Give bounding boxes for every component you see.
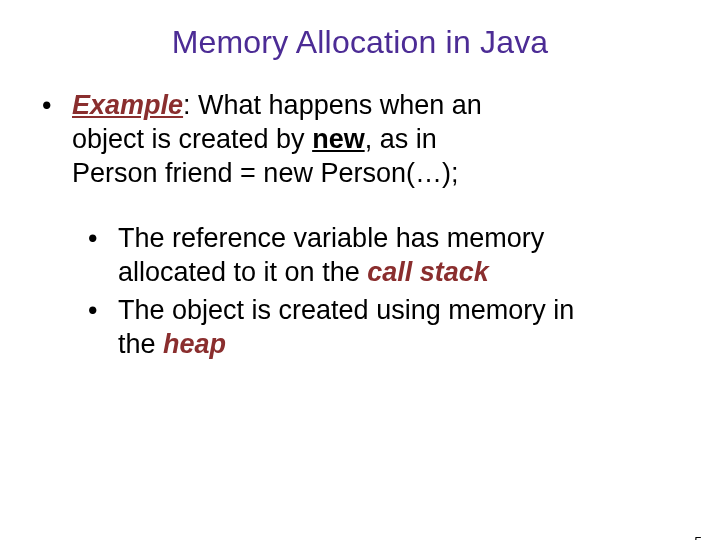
text: , as in <box>365 124 437 154</box>
bullet-list-level1: Example: What happens when an object is … <box>42 89 720 190</box>
code-line: Person friend = new Person(…); <box>72 158 458 188</box>
bullet-list-level2: The reference variable has memory alloca… <box>88 222 720 361</box>
text: allocated to it on the <box>118 257 367 287</box>
bullet-example: Example: What happens when an object is … <box>42 89 720 190</box>
new-keyword: new <box>312 124 365 154</box>
text: The object is created using memory in <box>118 295 574 325</box>
heap-term: heap <box>163 329 226 359</box>
text: object is created by <box>72 124 312 154</box>
call-stack-term: call stack <box>367 257 489 287</box>
slide: Memory Allocation in Java Example: What … <box>0 24 720 540</box>
text: : <box>183 90 198 120</box>
text: The reference variable has memory <box>118 223 544 253</box>
bullet-reference-variable: The reference variable has memory alloca… <box>88 222 720 290</box>
page-number: 5 <box>694 534 702 540</box>
example-label: Example <box>72 90 183 120</box>
text: What happens when an <box>198 90 482 120</box>
bullet-object-heap: The object is created using memory in th… <box>88 294 720 362</box>
text: the <box>118 329 163 359</box>
slide-body: Example: What happens when an object is … <box>0 89 720 361</box>
slide-title: Memory Allocation in Java <box>0 24 720 61</box>
